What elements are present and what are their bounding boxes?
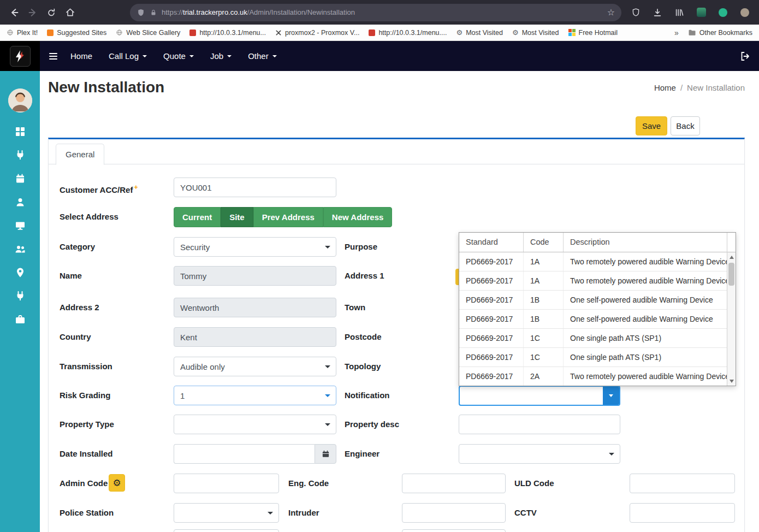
notification-input[interactable] xyxy=(460,387,603,405)
url-bar[interactable]: https://trial.trackerpro.co.uk/Admin/Ins… xyxy=(130,4,621,21)
bookmark-star-icon[interactable]: ☆ xyxy=(607,8,615,17)
table-row[interactable]: PD6669-2017 1A Two remotely powered audi… xyxy=(459,271,727,291)
risk-grading-label: Risk Grading xyxy=(60,386,110,405)
address-button-group: Current Site Prev Address New Address xyxy=(174,207,392,227)
extension-button-3[interactable] xyxy=(736,4,754,21)
extension-button-1[interactable] xyxy=(692,4,710,21)
sidebar-item-jobs[interactable] xyxy=(15,314,26,325)
nav-item-home[interactable]: Home xyxy=(70,51,92,61)
sidebar-item-devices[interactable] xyxy=(15,220,26,231)
intruder-input[interactable] xyxy=(402,503,506,523)
police-station-label: Police Station xyxy=(60,503,114,523)
table-row[interactable]: PD6669-2017 1B One self-powered audible … xyxy=(459,291,727,310)
chevron-down-icon xyxy=(325,365,330,368)
address-current-button[interactable]: Current xyxy=(174,207,221,227)
police-station-select[interactable] xyxy=(174,503,279,523)
uld-code-input[interactable] xyxy=(630,474,735,493)
sidebar-item-locations[interactable] xyxy=(15,267,26,278)
scrollbar-header-stub xyxy=(727,233,736,252)
users-icon xyxy=(15,244,26,255)
sidebar-item-connections[interactable] xyxy=(15,150,26,161)
chevron-down-icon xyxy=(609,453,614,456)
sidebar-item-engineers[interactable] xyxy=(15,244,26,255)
bookmark-most-visited-2[interactable]: ⚙ Most Visited xyxy=(512,29,559,37)
proxmox-x-icon xyxy=(275,29,282,36)
admin-code-input[interactable] xyxy=(174,474,279,493)
nav-item-call-log[interactable]: Call Log xyxy=(109,51,147,61)
eng-code-input[interactable] xyxy=(402,474,506,493)
scrollbar-thumb[interactable] xyxy=(728,263,734,286)
nav-item-job[interactable]: Job xyxy=(210,51,232,61)
table-row[interactable]: PD6669-2017 1C One single path ATS (SP1) xyxy=(459,348,727,367)
notification-combobox[interactable] xyxy=(459,386,620,406)
dropdown-scrollbar[interactable] xyxy=(727,233,736,386)
sidebar-item-installations[interactable] xyxy=(15,291,26,302)
nav-menu-toggle[interactable] xyxy=(49,51,57,61)
partial-input-1[interactable] xyxy=(174,529,279,532)
globe-icon xyxy=(116,29,123,36)
sidebar-item-apps[interactable] xyxy=(15,126,26,137)
cctv-input[interactable] xyxy=(630,503,735,523)
bookmark-proxmox[interactable]: proxmox2 - Proxmox V... xyxy=(275,29,359,37)
tab-general[interactable]: General xyxy=(56,144,104,165)
bookmark-plex[interactable]: Plex It! xyxy=(7,29,38,37)
briefcase-icon xyxy=(15,314,26,325)
reload-button[interactable] xyxy=(43,4,60,21)
other-bookmarks-button[interactable]: Other Bookmarks xyxy=(688,28,752,37)
nav-item-other[interactable]: Other xyxy=(248,51,277,61)
date-installed-input[interactable] xyxy=(174,444,315,464)
table-row[interactable]: PD6669-2017 1C One single path ATS (SP1) xyxy=(459,329,727,348)
risk-grading-select[interactable]: 1 xyxy=(174,386,336,405)
transmission-select[interactable]: Audible only xyxy=(174,357,336,376)
admin-code-settings-button[interactable]: ⚙ xyxy=(109,474,125,492)
home-button[interactable] xyxy=(61,4,79,21)
scroll-up-button[interactable] xyxy=(727,252,736,262)
breadcrumb-home-link[interactable]: Home xyxy=(654,83,676,92)
date-picker-button[interactable] xyxy=(315,444,336,464)
downloads-button[interactable] xyxy=(649,4,666,21)
extension-button-2[interactable] xyxy=(714,4,732,21)
column-header-code: Code xyxy=(524,233,564,252)
property-desc-input[interactable] xyxy=(459,415,620,434)
table-row[interactable]: PD6669-2017 1B One self-powered audible … xyxy=(459,310,727,329)
plug-icon xyxy=(15,150,26,161)
reload-icon xyxy=(46,8,56,17)
chevron-down-icon xyxy=(609,394,613,397)
bookmarks-overflow-button[interactable]: » xyxy=(674,28,679,37)
pocket-button[interactable] xyxy=(627,4,644,21)
sidebar-item-calendar[interactable] xyxy=(15,173,26,184)
forward-button[interactable] xyxy=(24,4,41,21)
scroll-down-button[interactable] xyxy=(727,376,736,386)
bookmark-menu-2[interactable]: http://10.0.3.1/menu.... xyxy=(369,29,447,37)
table-row[interactable]: PD6669-2017 2A Two remotely powered audi… xyxy=(459,367,727,386)
bookmark-free-hotmail[interactable]: Free Hotmail xyxy=(568,29,618,37)
table-row[interactable]: PD6669-2017 1A Two remotely powered audi… xyxy=(459,252,727,271)
library-button[interactable] xyxy=(671,4,688,21)
sidebar-item-customers[interactable] xyxy=(15,197,26,208)
logout-button[interactable] xyxy=(739,51,750,62)
address-site-button[interactable]: Site xyxy=(221,207,253,227)
app-logo[interactable] xyxy=(0,41,40,71)
address-prev-button[interactable]: Prev Address xyxy=(253,207,323,227)
nav-item-quote[interactable]: Quote xyxy=(163,51,194,61)
partial-input-2[interactable] xyxy=(402,529,506,532)
engineer-select[interactable] xyxy=(459,444,620,464)
scrollbar-track[interactable] xyxy=(727,287,736,376)
chevron-down-icon xyxy=(325,423,330,426)
customer-accref-input[interactable]: YOU001 xyxy=(174,178,336,197)
user-avatar[interactable] xyxy=(8,88,32,113)
category-select[interactable]: Security xyxy=(174,237,336,257)
bookmark-suggested-sites[interactable]: Suggested Sites xyxy=(47,29,106,37)
back-button[interactable] xyxy=(5,4,23,21)
save-button[interactable]: Save xyxy=(636,116,667,135)
back-button-page[interactable]: Back xyxy=(671,116,700,135)
bookmark-web-slice[interactable]: Web Slice Gallery xyxy=(116,29,180,37)
property-type-select[interactable] xyxy=(174,415,336,434)
chevron-down-icon xyxy=(143,55,147,57)
forward-icon xyxy=(27,7,38,18)
address-new-button[interactable]: New Address xyxy=(323,207,392,227)
back-icon xyxy=(9,7,20,18)
bookmark-menu-1[interactable]: http://10.0.3.1/menu... xyxy=(189,29,266,37)
bookmark-most-visited-1[interactable]: ⚙ Most Visited xyxy=(456,29,503,37)
notification-dropdown-button[interactable] xyxy=(603,387,619,405)
